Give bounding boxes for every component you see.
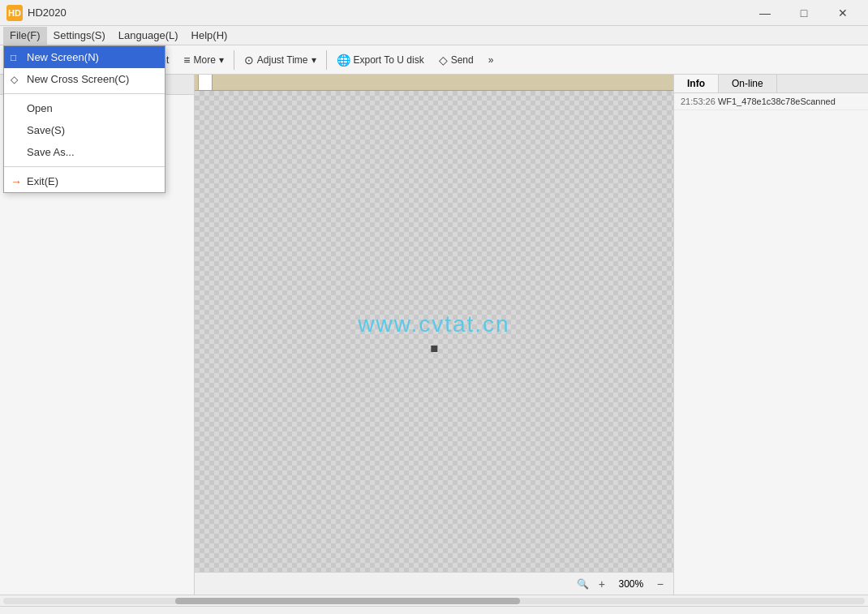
exit-arrow-icon: → — [11, 175, 22, 188]
more-dropdown-icon: ▾ — [219, 54, 224, 66]
right-panel-tab-info[interactable]: Info — [674, 75, 719, 92]
more-icon: ≡ — [183, 54, 190, 67]
scrollbar-track[interactable] — [3, 598, 865, 604]
zoom-out-button[interactable]: − — [654, 576, 667, 592]
file-dropdown-menu: □ New Screen(N) ◇ New Cross Screen(C) Op… — [3, 45, 165, 193]
canvas-area: www.cvtat.cn 🔍 + 300% − — [195, 75, 673, 595]
log-time: 21:53:26 — [681, 97, 715, 106]
canvas-header — [195, 75, 673, 91]
right-panel-header: Info On-line — [674, 75, 868, 93]
toolbar-export[interactable]: 🌐 Export To U disk — [330, 49, 431, 71]
toolbar-send[interactable]: ◇ Send — [432, 49, 480, 71]
checkerboard-bg: www.cvtat.cn — [195, 91, 673, 572]
new-screen-icon: □ — [11, 52, 16, 63]
menu-item-settings[interactable]: Settings(S) — [47, 27, 112, 45]
toolbar-separator-1 — [234, 50, 234, 70]
toolbar-overflow[interactable]: » — [482, 49, 501, 71]
toolbar-more[interactable]: ≡ More ▾ — [177, 49, 230, 71]
send-icon: ◇ — [439, 54, 448, 67]
toolbar-adjust-time[interactable]: ⊙ Adjust Time ▾ — [238, 49, 323, 71]
menu-bar: File(F) Settings(S) Language(L) Help(H) — [0, 26, 868, 45]
canvas-tab[interactable] — [198, 75, 213, 90]
dropdown-item-save-as[interactable]: Save As... — [4, 141, 165, 163]
dropdown-separator-1 — [4, 93, 165, 94]
right-panel: Info On-line 21:53:26 WF1_478e1c38c78eSc… — [673, 75, 868, 595]
dropdown-item-open[interactable]: Open — [4, 97, 165, 119]
overflow-icon: » — [488, 54, 494, 66]
minimize-button[interactable]: — — [746, 0, 784, 26]
new-cross-icon: ◇ — [11, 74, 18, 85]
watermark: www.cvtat.cn — [358, 311, 509, 352]
menu-item-file[interactable]: File(F) — [3, 27, 47, 45]
canvas-content[interactable]: www.cvtat.cn — [195, 91, 673, 572]
dropdown-item-new-screen[interactable]: □ New Screen(N) — [4, 46, 165, 68]
toolbar-separator-2 — [326, 50, 327, 70]
dropdown-item-exit[interactable]: → Exit(E) — [4, 170, 165, 192]
export-icon: 🌐 — [337, 54, 350, 67]
adjust-time-icon: ⊙ — [244, 54, 254, 67]
zoom-bar: 🔍 + 300% − — [195, 572, 673, 595]
menu-item-help[interactable]: Help(H) — [185, 27, 234, 45]
horizontal-scrollbar[interactable] — [0, 595, 868, 606]
dropdown-item-save[interactable]: Save(S) — [4, 119, 165, 141]
dropdown-separator-2 — [4, 166, 165, 167]
title-bar: HD HD2020 — □ ✕ — [0, 0, 868, 26]
adjust-dropdown-icon: ▾ — [312, 54, 316, 66]
maximize-button[interactable]: □ — [785, 0, 823, 26]
watermark-dot — [431, 346, 437, 352]
zoom-in-icon: 🔍 — [577, 578, 589, 590]
watermark-text: www.cvtat.cn — [358, 311, 509, 337]
zoom-level: 300% — [615, 578, 647, 590]
menu-item-language[interactable]: Language(L) — [112, 27, 185, 45]
status-bar — [0, 606, 868, 614]
dropdown-item-new-cross[interactable]: ◇ New Cross Screen(C) — [4, 68, 165, 90]
app-icon: HD — [6, 5, 23, 21]
zoom-in-button[interactable]: + — [595, 576, 608, 592]
log-entry: 21:53:26 WF1_478e1c38c78eScanned — [674, 93, 868, 110]
scrollbar-thumb[interactable] — [175, 598, 520, 604]
title-bar-text: HD2020 — [28, 6, 746, 19]
log-text: WF1_478e1c38c78eScanned — [718, 97, 836, 106]
right-panel-tab-online[interactable]: On-line — [719, 75, 777, 92]
close-button[interactable]: ✕ — [824, 0, 862, 26]
window-controls: — □ ✕ — [746, 0, 862, 26]
